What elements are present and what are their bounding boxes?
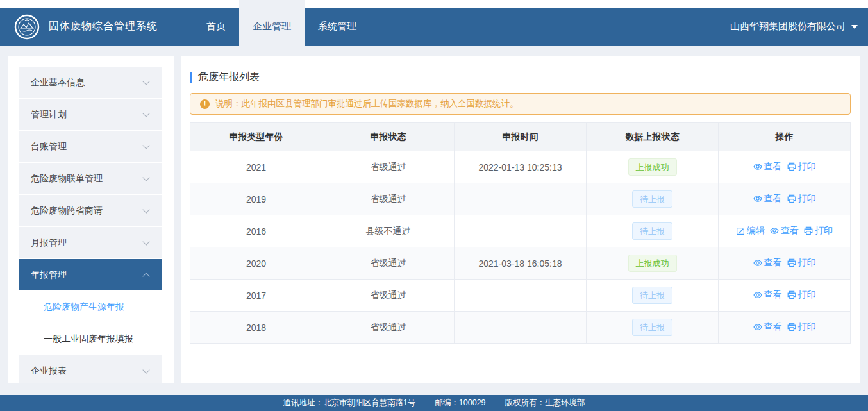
column-header: 操作 — [719, 123, 851, 151]
view-link[interactable]: 查看 — [753, 257, 782, 269]
notice-text: 说明：此年报由区县管理部门审批通过后上传国家数据库，纳入全国数据统计。 — [215, 98, 519, 110]
submenu-hazwaste-source-annual-report[interactable]: 危险废物产生源年报 — [19, 291, 162, 323]
print-link[interactable]: 打印 — [787, 321, 816, 333]
cell-upload-status: 待上报 — [587, 280, 719, 312]
cell-year: 2016 — [190, 215, 322, 247]
cell-declare-time — [455, 312, 587, 344]
eye-icon — [753, 258, 762, 267]
eye-icon — [753, 290, 762, 299]
cell-declare-status: 省级通过 — [322, 312, 455, 344]
printer-icon — [804, 226, 813, 235]
upload-status-badge: 上报成功 — [628, 255, 677, 273]
print-link[interactable]: 打印 — [804, 225, 833, 237]
printer-icon — [787, 162, 796, 171]
brand: 固体废物综合管理系统 — [0, 8, 158, 46]
print-link[interactable]: 打印 — [787, 193, 816, 205]
app-header: 固体废物综合管理系统 首页 企业管理 系统管理 山西华翔集团股份有限公司 — [0, 8, 868, 46]
cell-declare-time: 2022-01-13 10:25:13 — [455, 151, 587, 183]
cell-upload-status: 待上报 — [587, 312, 719, 344]
cell-year: 2017 — [190, 280, 322, 312]
eye-icon — [753, 194, 762, 203]
sidebar-item-ledger-management[interactable]: 台账管理 — [19, 131, 162, 162]
annual-report-table: 申报类型年份申报状态申报时间数据上报状态操作 2021省级通过2022-01-1… — [190, 122, 851, 344]
app-title: 固体废物综合管理系统 — [49, 20, 158, 33]
sidebar-item-label: 年报管理 — [31, 269, 67, 281]
main-panel: 危废年报列表 ! 说明：此年报由区县管理部门审批通过后上传国家数据库，纳入全国数… — [181, 56, 860, 383]
eye-icon — [770, 226, 779, 235]
sidebar-item-label: 企业报表 — [31, 365, 67, 377]
edit-link[interactable]: 编辑 — [736, 225, 765, 237]
upload-status-badge: 待上报 — [632, 222, 672, 240]
sidebar-item-hazwaste-cross-province[interactable]: 危险废物跨省商请 — [19, 195, 162, 226]
main-nav: 首页 企业管理 系统管理 — [193, 8, 370, 46]
footer-copyright: 版权所有：生态环境部 — [505, 398, 585, 408]
content-layout: 企业基本信息管理计划台账管理危险废物联单管理危险废物跨省商请月报管理年报管理危险… — [8, 56, 860, 383]
footer-address: 通讯地址：北京市朝阳区育慧南路1号 — [283, 398, 415, 408]
footer-postcode: 邮编：100029 — [435, 398, 485, 408]
cell-actions: 查看打印 — [719, 151, 851, 183]
user-company-name: 山西华翔集团股份有限公司 — [730, 21, 846, 33]
app-footer: 通讯地址：北京市朝阳区育慧南路1号 邮编：100029 版权所有：生态环境部 — [0, 395, 868, 411]
nav-tab-system[interactable]: 系统管理 — [305, 8, 370, 46]
print-link[interactable]: 打印 — [787, 289, 816, 301]
user-company-menu[interactable]: 山西华翔集团股份有限公司 — [730, 8, 868, 46]
sidebar-item-label: 月报管理 — [31, 237, 67, 249]
chevron-down-icon — [142, 174, 149, 181]
sidebar-item-management-plan[interactable]: 管理计划 — [19, 99, 162, 130]
nav-tab-home[interactable]: 首页 — [193, 8, 239, 46]
chevron-down-icon — [142, 366, 149, 373]
print-link[interactable]: 打印 — [787, 161, 816, 172]
cell-actions: 查看打印 — [719, 280, 851, 312]
cell-actions: 查看打印 — [719, 312, 851, 344]
column-header: 申报状态 — [322, 123, 455, 151]
cell-declare-status: 省级通过 — [322, 151, 455, 183]
sidebar-item-annual-report[interactable]: 年报管理 — [19, 259, 162, 290]
sidebar-item-label: 管理计划 — [31, 109, 67, 121]
view-link[interactable]: 查看 — [753, 289, 782, 301]
view-link[interactable]: 查看 — [753, 193, 782, 205]
sidebar-item-enterprise-basic-info[interactable]: 企业基本信息 — [19, 67, 162, 98]
cell-declare-time: 2021-03-18 16:05:18 — [455, 247, 587, 280]
sidebar-item-label: 危险废物跨省商请 — [31, 205, 103, 217]
notice-banner: ! 说明：此年报由区县管理部门审批通过后上传国家数据库，纳入全国数据统计。 — [190, 93, 851, 115]
sidebar-item-monthly-report[interactable]: 月报管理 — [19, 227, 162, 258]
page-title-row: 危废年报列表 — [190, 71, 851, 84]
sidebar: 企业基本信息管理计划台账管理危险废物联单管理危险废物跨省商请月报管理年报管理危险… — [8, 56, 174, 383]
chevron-down-icon — [851, 25, 858, 29]
view-link[interactable]: 查看 — [753, 321, 782, 333]
submenu-general-solid-waste-annual-report[interactable]: 一般工业固废年报填报 — [19, 323, 162, 355]
eye-icon — [753, 323, 762, 331]
cell-actions: 编辑查看打印 — [719, 215, 851, 247]
eye-icon — [753, 162, 762, 171]
table-row: 2019省级通过待上报查看打印 — [190, 183, 851, 215]
chevron-down-icon — [142, 78, 149, 85]
sidebar-item-label: 企业基本信息 — [31, 77, 85, 88]
upload-status-badge: 上报成功 — [628, 158, 677, 176]
chevron-down-icon — [142, 206, 149, 213]
cell-year: 2019 — [190, 183, 322, 215]
column-header: 申报类型年份 — [190, 123, 322, 151]
cell-upload-status: 待上报 — [587, 183, 719, 215]
edit-icon — [736, 226, 745, 235]
page-title: 危废年报列表 — [198, 71, 260, 84]
printer-icon — [787, 194, 796, 203]
view-link[interactable]: 查看 — [753, 161, 782, 172]
table-header-row: 申报类型年份申报状态申报时间数据上报状态操作 — [190, 123, 851, 151]
table-row: 2020省级通过2021-03-18 16:05:18上报成功查看打印 — [190, 247, 851, 280]
cell-declare-status: 省级通过 — [322, 280, 455, 312]
upload-status-badge: 待上报 — [632, 190, 672, 208]
cell-actions: 查看打印 — [719, 247, 851, 280]
table-row: 2017省级通过待上报查看打印 — [190, 280, 851, 312]
sidebar-item-hazwaste-manifest[interactable]: 危险废物联单管理 — [19, 163, 162, 194]
table-row: 2021省级通过2022-01-13 10:25:13上报成功查看打印 — [190, 151, 851, 183]
nav-tab-enterprise[interactable]: 企业管理 — [239, 8, 305, 46]
warning-icon: ! — [200, 99, 210, 109]
print-link[interactable]: 打印 — [787, 257, 816, 269]
sidebar-item-label: 台账管理 — [31, 141, 67, 153]
cell-declare-time — [455, 280, 587, 312]
view-link[interactable]: 查看 — [770, 225, 799, 237]
cell-upload-status: 上报成功 — [587, 247, 719, 280]
cell-actions: 查看打印 — [719, 183, 851, 215]
cell-declare-status: 县级不通过 — [322, 215, 455, 247]
sidebar-item-enterprise-reports[interactable]: 企业报表 — [19, 355, 162, 383]
